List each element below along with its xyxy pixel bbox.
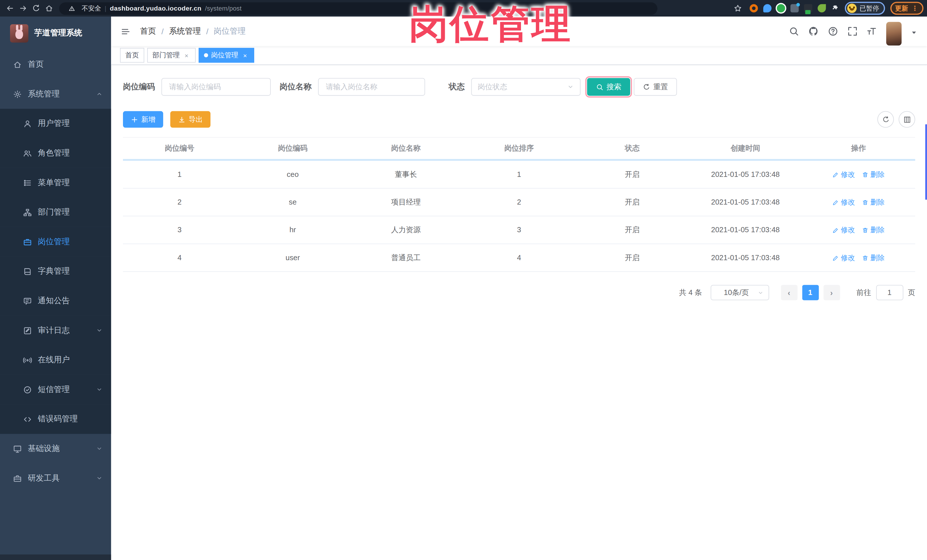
location-pin-extension-icon[interactable]	[763, 4, 772, 12]
post-name-input[interactable]	[318, 78, 425, 96]
script-extension-icon[interactable]	[804, 4, 812, 12]
help-icon[interactable]	[828, 26, 838, 36]
filter-post-name: 岗位名称	[280, 78, 425, 96]
delete-link[interactable]: 删除	[862, 170, 885, 179]
goto-page-input[interactable]	[876, 285, 903, 300]
table-row[interactable]: 3 hr 人力资源 3 开启 2021-01-05 17:03:48 修改 删除	[123, 216, 915, 244]
check-extension-icon[interactable]	[777, 4, 785, 12]
url-path: /system/post	[205, 5, 242, 12]
browser-back-icon[interactable]	[3, 2, 17, 15]
download-icon	[178, 115, 186, 123]
github-icon[interactable]	[808, 26, 819, 36]
sidebar-item-error-code[interactable]: 错误码管理	[0, 404, 111, 434]
sidebar-item-dict-management[interactable]: 字典管理	[0, 256, 111, 286]
page-scrollbar[interactable]	[925, 124, 927, 200]
sidebar-item-system-management[interactable]: 系统管理	[0, 79, 111, 109]
search-button[interactable]: 搜索	[587, 78, 630, 96]
close-icon[interactable]: ×	[241, 52, 249, 59]
refresh-icon	[643, 83, 650, 91]
close-icon[interactable]: ×	[182, 52, 190, 59]
pencil-icon	[833, 171, 839, 178]
tune-extension-icon[interactable]	[790, 4, 799, 12]
security-label[interactable]: 不安全	[82, 4, 101, 12]
font-size-icon[interactable]	[867, 26, 877, 36]
page-size-select[interactable]: 10条/页	[710, 285, 769, 300]
hamburger-icon[interactable]	[121, 26, 131, 36]
extensions-puzzle-icon[interactable]	[831, 4, 839, 12]
table-row[interactable]: 2 se 项目经理 2 开启 2021-01-05 17:03:48 修改 删除	[123, 188, 915, 216]
trash-icon	[862, 171, 869, 178]
search-icon[interactable]	[789, 26, 799, 36]
reset-button[interactable]: 重置	[634, 78, 677, 96]
prev-page-button[interactable]: ‹	[781, 285, 797, 300]
trash-icon	[862, 199, 869, 205]
status-value: 开启	[576, 188, 689, 216]
edit-link[interactable]: 修改	[833, 253, 855, 263]
sidebar-item-post-management[interactable]: 岗位管理	[0, 227, 111, 257]
app-logo-row[interactable]: 芋道管理系统	[0, 17, 111, 50]
delete-link[interactable]: 删除	[862, 197, 885, 207]
browser-update-button[interactable]: 更新 ⋮	[891, 2, 924, 15]
table-row[interactable]: 4 user 普通员工 4 开启 2021-01-05 17:03:48 修改 …	[123, 244, 915, 272]
sidebar-item-user-management[interactable]: 用户管理	[0, 109, 111, 138]
browser-reload-icon[interactable]	[30, 2, 43, 15]
post-code-input[interactable]	[161, 78, 271, 96]
delete-link[interactable]: 删除	[862, 225, 885, 235]
column-settings-button[interactable]	[899, 111, 915, 128]
sidebar-item-home[interactable]: 首页	[0, 50, 111, 79]
user-avatar[interactable]	[886, 22, 902, 46]
sidebar-item-sms-management[interactable]: 短信管理	[0, 375, 111, 405]
sidebar: 芋道管理系统 首页 系统管理 用户管理 角色管理	[0, 17, 111, 560]
not-secure-warning-icon	[65, 2, 78, 15]
edit-link[interactable]: 修改	[833, 197, 855, 207]
caret-down-icon[interactable]	[910, 28, 918, 35]
post-management-page: 岗位编码 岗位名称 状态 岗位状态	[111, 65, 927, 560]
sidebar-item-role-management[interactable]: 角色管理	[0, 138, 111, 168]
page-number-active[interactable]: 1	[802, 285, 819, 300]
pagination-total: 共 4 条	[679, 288, 702, 297]
sidebar-item-notice[interactable]: 通知公告	[0, 286, 111, 316]
browser-forward-icon[interactable]	[17, 2, 30, 15]
breadcrumb-section[interactable]: 系统管理	[169, 26, 201, 36]
breadcrumb-home[interactable]: 首页	[140, 26, 156, 36]
org-tree-icon	[23, 208, 32, 217]
chevron-up-icon	[96, 90, 103, 97]
column-header-status: 状态	[576, 138, 689, 159]
sidebar-item-menu-management[interactable]: 菜单管理	[0, 168, 111, 197]
browser-profile-chip[interactable]: 已暂停	[845, 2, 885, 15]
refresh-table-button[interactable]	[877, 111, 894, 128]
extension-icon[interactable]	[749, 4, 758, 12]
sidebar-item-audit-log[interactable]: 审计日志	[0, 316, 111, 345]
browser-menu-icon[interactable]: ⋮	[912, 5, 919, 12]
fullscreen-icon[interactable]	[847, 26, 858, 36]
users-icon	[23, 149, 32, 158]
sidebar-item-infrastructure[interactable]: 基础设施	[0, 434, 111, 464]
sidebar-item-online-users[interactable]: 在线用户	[0, 345, 111, 375]
tab-home[interactable]: 首页	[120, 48, 144, 63]
edit-link[interactable]: 修改	[833, 225, 855, 235]
sidebar-item-dev-tools[interactable]: 研发工具	[0, 464, 111, 493]
filter-status: 状态 岗位状态	[449, 78, 581, 96]
sidebar-menu: 首页 系统管理 用户管理 角色管理 菜单管理	[0, 50, 111, 493]
delete-link[interactable]: 删除	[862, 253, 885, 263]
broadcast-icon	[23, 355, 32, 364]
tab-post-management[interactable]: 岗位管理 ×	[199, 48, 254, 63]
table-row[interactable]: 1 ceo 董事长 1 开启 2021-01-05 17:03:48 修改 删除	[123, 161, 915, 188]
edit-link[interactable]: 修改	[833, 170, 855, 179]
sidebar-item-dept-management[interactable]: 部门管理	[0, 197, 111, 227]
search-filter-form: 岗位编码 岗位名称 状态 岗位状态	[123, 78, 915, 96]
trash-icon	[862, 255, 869, 261]
tab-dept-management[interactable]: 部门管理 ×	[147, 48, 196, 63]
add-button[interactable]: 新增	[123, 111, 163, 128]
bookmark-star-icon[interactable]	[731, 2, 745, 15]
status-select[interactable]: 岗位状态	[471, 78, 581, 96]
pencil-icon	[833, 227, 839, 233]
next-page-button[interactable]: ›	[823, 285, 840, 300]
chevron-down-icon	[96, 386, 103, 393]
browser-home-icon[interactable]	[43, 2, 56, 15]
column-header-code: 岗位编码	[236, 138, 350, 159]
table-toolbar: 新增 导出	[123, 111, 915, 128]
export-button[interactable]: 导出	[170, 111, 211, 128]
status-label: 状态	[449, 82, 465, 92]
leaf-extension-icon[interactable]	[818, 4, 826, 12]
